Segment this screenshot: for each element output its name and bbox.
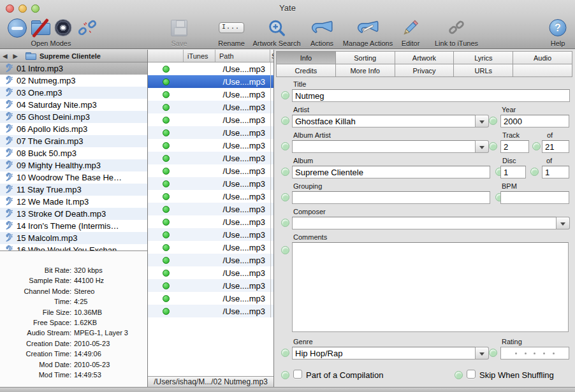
bpm-field[interactable] (500, 191, 569, 204)
tab-privacy[interactable]: Privacy (395, 64, 455, 77)
artist-combo (292, 115, 489, 127)
tab-credits[interactable]: Credits (276, 64, 336, 77)
bass-clef-icon (0, 111, 17, 123)
disc-of-field[interactable] (542, 166, 569, 178)
forward-arrow-button[interactable]: ▶ (10, 53, 20, 59)
tab-info[interactable]: Info (276, 51, 336, 64)
compilation-checkbox[interactable] (293, 370, 302, 379)
tab-sorting[interactable]: Sorting (335, 51, 395, 64)
toolbar-rename-button[interactable]: I... Rename (218, 17, 245, 47)
tag-editor-panel: InfoSortingArtworkLyricsAudio CreditsMor… (274, 50, 575, 392)
track-row[interactable]: 04 Saturday Nite.mp3 (0, 99, 147, 111)
track-row[interactable]: 15 Malcolm.mp3 (0, 232, 147, 244)
tab-urls[interactable]: URLs (453, 64, 513, 77)
toolbar-save-button[interactable]: Save (171, 17, 187, 47)
table-row[interactable]: /Use....mp3 (148, 75, 273, 88)
track-name: 04 Saturday Nite.mp3 (17, 100, 97, 110)
file-table: iTunes Path S /Use....mp3/Use....mp3/Use… (148, 50, 274, 392)
table-row[interactable]: /Use....mp3 (148, 177, 273, 190)
table-row[interactable]: /Use....mp3 (148, 279, 273, 292)
toolbar-artwork-search-button[interactable]: Artwork Search (252, 17, 300, 47)
toolbar-unlink-mode[interactable] (78, 17, 97, 38)
track-row[interactable]: 07 The Grain.mp3 (0, 135, 147, 147)
album-artist-field[interactable] (292, 140, 476, 153)
file-info-label: Audio Stream: (0, 328, 71, 338)
album-artist-dropdown-button[interactable] (476, 140, 489, 153)
artist-label: Artist (293, 106, 309, 113)
tab-audio[interactable]: Audio (513, 51, 572, 64)
table-row[interactable]: /Use....mp3 (148, 126, 273, 139)
toolbar-actions-button[interactable]: Actions (310, 17, 333, 47)
tab-artwork[interactable]: Artwork (395, 51, 455, 64)
column-path[interactable]: Path (215, 50, 270, 62)
table-row[interactable]: /Use....mp3 (148, 88, 273, 101)
grouping-field[interactable] (292, 191, 490, 204)
track-row[interactable]: 10 Woodrow The Base He… (0, 171, 147, 184)
column-itunes[interactable]: iTunes (184, 50, 215, 62)
table-row[interactable]: /Use....mp3 (148, 152, 273, 164)
track-name: 11 Stay True.mp3 (17, 185, 82, 194)
track-row[interactable]: 16 Who Would You Exchan… (0, 244, 147, 250)
tab-more-info[interactable]: More Info (335, 64, 395, 77)
artist-dropdown-button[interactable] (476, 115, 489, 127)
track-row[interactable]: 14 Iron's Theme (Intermis… (0, 220, 147, 232)
toolbar-minus-mode[interactable] (8, 17, 27, 38)
year-field[interactable] (500, 115, 569, 127)
composer-dropdown-button[interactable] (557, 217, 570, 229)
table-row[interactable]: /Use....mp3 (148, 203, 273, 215)
track-row[interactable]: 08 Buck 50.mp3 (0, 147, 147, 159)
table-row[interactable]: /Use....mp3 (148, 190, 273, 203)
table-row[interactable]: /Use....mp3 (148, 266, 273, 279)
track-row[interactable]: 05 Ghost Deini.mp3 (0, 111, 147, 123)
table-row[interactable]: /Use....mp3 (148, 101, 273, 113)
track-row[interactable]: 03 One.mp3 (0, 87, 147, 99)
track-row[interactable]: 12 We Made It.mp3 (0, 196, 147, 208)
disc-field[interactable] (500, 166, 526, 178)
toolbar-disc-mode[interactable] (55, 17, 72, 38)
megaphone-pencil-icon (343, 17, 393, 38)
track-field[interactable] (500, 140, 529, 153)
genre-dropdown-button[interactable] (476, 347, 489, 359)
toolbar-manage-actions-button[interactable]: Manage Actions (343, 17, 393, 47)
album-field[interactable] (292, 166, 490, 178)
comments-field[interactable] (292, 242, 569, 332)
track-of-field[interactable] (542, 140, 569, 153)
track-row[interactable]: 13 Stroke Of Death.mp3 (0, 208, 147, 220)
table-row[interactable]: /Use....mp3 (148, 254, 273, 266)
artist-field[interactable] (292, 115, 476, 127)
chain-link-icon (435, 17, 478, 38)
rating-control[interactable] (500, 347, 569, 359)
genre-field[interactable] (292, 347, 476, 359)
toolbar-editor-button[interactable]: Editor (402, 17, 420, 47)
bass-clef-icon (0, 244, 17, 250)
table-row[interactable]: /Use....mp3 (148, 62, 273, 75)
tab-lyrics[interactable]: Lyrics (453, 51, 513, 64)
column-clipped[interactable]: S (270, 50, 273, 62)
title-field[interactable] (292, 89, 570, 102)
table-row[interactable]: /Use....mp3 (148, 215, 273, 228)
back-arrow-button[interactable]: ◀ (0, 53, 10, 59)
toolbar-open-folder-mode[interactable] (31, 17, 51, 38)
compilation-label: Part of a Compilation (306, 370, 383, 380)
track-row[interactable]: 06 Apollo Kids.mp3 (0, 123, 147, 135)
table-row[interactable]: /Use....mp3 (148, 292, 273, 305)
track-row[interactable]: 11 Stay True.mp3 (0, 184, 147, 196)
table-row[interactable]: /Use....mp3 (148, 228, 273, 241)
toolbar-help-button[interactable]: ? Help (550, 17, 567, 47)
skip-shuffling-checkbox[interactable] (467, 370, 476, 379)
table-row[interactable]: /Use....mp3 (148, 241, 273, 254)
window-bottom-edge (0, 387, 575, 392)
table-row[interactable]: /Use....mp3 (148, 139, 273, 152)
toolbar-link-itunes-button[interactable]: Link to iTunes (435, 17, 478, 47)
bass-clef-icon (0, 135, 17, 147)
track-row[interactable]: 02 Nutmeg.mp3 (0, 75, 147, 87)
column-status[interactable] (148, 50, 184, 62)
composer-field[interactable] (292, 217, 557, 229)
table-row[interactable]: /Use....mp3 (148, 113, 273, 126)
clipped-cell (270, 305, 273, 317)
track-row[interactable]: 09 Mighty Healthy.mp3 (0, 159, 147, 171)
table-row[interactable]: /Use....mp3 (148, 164, 273, 177)
track-row[interactable]: 01 Intro.mp3 (0, 62, 147, 75)
table-row[interactable]: /Use....mp3 (148, 305, 273, 317)
file-info-label: Time: (0, 296, 71, 307)
